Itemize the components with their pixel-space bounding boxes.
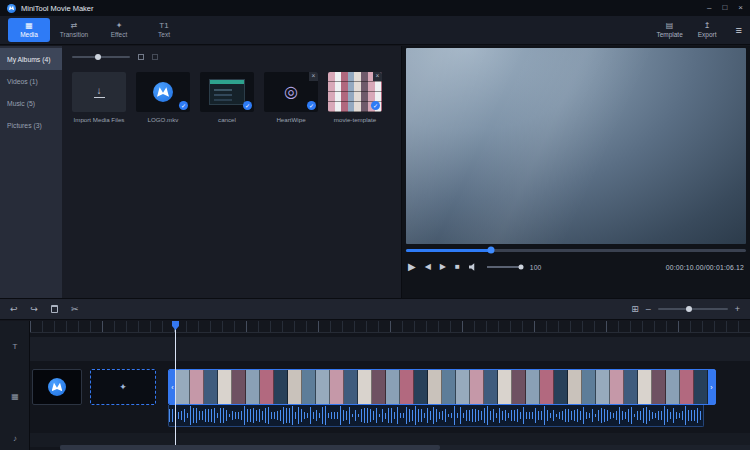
zoom-out-button[interactable]: – xyxy=(646,305,651,314)
audio-track-icon[interactable]: ♪ xyxy=(0,435,30,443)
media-item-label: cancel xyxy=(200,116,254,123)
timeline-zoom-thumb[interactable] xyxy=(686,306,692,312)
timeline-scrollbar-thumb[interactable] xyxy=(60,445,440,450)
clip-logo[interactable] xyxy=(32,369,82,405)
grid-view-icon[interactable] xyxy=(138,54,144,60)
template-label: Template xyxy=(656,31,682,38)
volume-slider-thumb[interactable] xyxy=(518,265,523,270)
timeline-scrollbar[interactable] xyxy=(60,445,750,450)
template-icon: ▤ xyxy=(666,22,674,30)
volume-slider[interactable] xyxy=(487,266,521,268)
volume-fill xyxy=(487,266,521,268)
menu-icon[interactable]: ≡ xyxy=(736,25,742,36)
tab-transition[interactable]: ⇄ Transition xyxy=(53,18,95,42)
track-headers: T ▦ ♪ xyxy=(0,321,30,450)
text-track[interactable] xyxy=(30,337,750,361)
clip-audio-waveform[interactable] xyxy=(168,405,704,427)
previous-frame-button[interactable]: ◀ xyxy=(425,263,431,271)
check-badge-icon[interactable]: ✓ xyxy=(179,101,188,110)
timeline: T ▦ ♪ ✦ ‹ › xyxy=(0,321,750,450)
seek-progress xyxy=(406,249,491,252)
stop-button[interactable]: ■ xyxy=(455,263,460,271)
video-track[interactable]: ✦ ‹ › xyxy=(30,369,750,427)
titlebar: MiniTool Movie Maker – □ × xyxy=(0,0,750,16)
app-title: MiniTool Movie Maker xyxy=(21,4,94,13)
sidebar-item-music[interactable]: Music (5) xyxy=(0,92,62,114)
media-thumbnails: ↓ Import Media Files ✓ LOGO.mkv ✓ xyxy=(72,72,391,123)
undo-button[interactable]: ↩ xyxy=(10,305,18,314)
zoom-fit-icon[interactable]: ⊞ xyxy=(631,305,639,314)
media-item-label: movie-template xyxy=(328,116,382,123)
seek-thumb[interactable] xyxy=(488,247,495,254)
sidebar-item-pictures[interactable]: Pictures (3) xyxy=(0,114,62,136)
media-item-movie-template[interactable]: × ✓ movie-template xyxy=(328,72,382,123)
minimize-button[interactable]: – xyxy=(707,4,711,12)
tab-media-label: Media xyxy=(20,31,38,38)
media-item-logo[interactable]: ✓ LOGO.mkv xyxy=(136,72,190,123)
thumbnail-size-slider-thumb[interactable] xyxy=(95,54,101,60)
volume-value: 100 xyxy=(530,264,541,271)
toolbar: ▦ Media ⇄ Transition ✦ Effect T1 Text ▤ … xyxy=(0,16,750,45)
text-track-icon[interactable]: T xyxy=(0,343,30,351)
main-area: My Albums (4) Videos (1) Music (5) Pictu… xyxy=(0,46,750,298)
seek-bar[interactable] xyxy=(406,249,746,252)
thumbnail-size-slider[interactable] xyxy=(72,56,130,58)
timeline-ruler[interactable] xyxy=(30,321,750,333)
library-sidebar: My Albums (4) Videos (1) Music (5) Pictu… xyxy=(0,46,62,298)
check-badge-icon[interactable]: ✓ xyxy=(243,101,252,110)
minitool-logo-clip-thumbnail xyxy=(48,378,66,396)
media-item-cancel[interactable]: ✓ cancel xyxy=(200,72,254,123)
export-button[interactable]: ↥ Export xyxy=(698,22,717,38)
timecode: 00:00:10.00/00:01:06.12 xyxy=(666,264,744,271)
remove-badge-icon[interactable]: × xyxy=(373,72,382,81)
preview-panel: ▶ ◀ ▶ ■ 100 00:00:10.00/00:01:06.12 xyxy=(402,46,750,298)
media-library-panel: ↓ Import Media Files ✓ LOGO.mkv ✓ xyxy=(62,46,402,298)
clip-main-video[interactable]: ‹ › xyxy=(168,369,716,405)
tab-effect-label: Effect xyxy=(111,31,128,38)
minitool-logo-thumbnail xyxy=(153,82,173,102)
transition-icon: ⇄ xyxy=(71,22,78,30)
app-window: MiniTool Movie Maker – □ × ▦ Media ⇄ Tra… xyxy=(0,0,750,450)
export-label: Export xyxy=(698,31,717,38)
video-track-icon[interactable]: ▦ xyxy=(0,393,30,401)
trim-handle-right[interactable]: › xyxy=(708,370,715,404)
media-item-heartwipe[interactable]: ◎ × ✓ HeartWipe xyxy=(264,72,318,123)
tab-effect[interactable]: ✦ Effect xyxy=(98,18,140,42)
text-icon: T1 xyxy=(159,22,168,30)
sidebar-item-videos[interactable]: Videos (1) xyxy=(0,70,62,92)
zoom-in-button[interactable]: + xyxy=(735,305,740,314)
list-view-icon[interactable] xyxy=(152,54,158,60)
clip-transition[interactable]: ✦ xyxy=(90,369,156,405)
tab-media[interactable]: ▦ Media xyxy=(8,18,50,42)
maximize-button[interactable]: □ xyxy=(722,4,727,12)
media-item-label: LOGO.mkv xyxy=(136,116,190,123)
template-button[interactable]: ▤ Template xyxy=(656,22,682,38)
timeline-zoom-slider[interactable] xyxy=(658,308,728,310)
remove-badge-icon[interactable]: × xyxy=(309,72,318,81)
split-button[interactable]: ✂ xyxy=(71,305,79,314)
next-frame-button[interactable]: ▶ xyxy=(440,263,446,271)
check-badge-icon[interactable]: ✓ xyxy=(371,101,380,110)
media-icon: ▦ xyxy=(25,22,33,30)
close-button[interactable]: × xyxy=(738,4,743,12)
sidebar-item-my-albums[interactable]: My Albums (4) xyxy=(0,48,62,70)
tab-transition-label: Transition xyxy=(60,31,88,38)
sparkle-icon: ✦ xyxy=(119,382,127,392)
video-preview xyxy=(406,48,746,244)
delete-icon[interactable] xyxy=(51,305,58,313)
timeline-tracks: ✦ ‹ › xyxy=(30,321,750,450)
import-icon: ↓ xyxy=(94,86,105,98)
effect-icon: ✦ xyxy=(116,22,123,30)
check-badge-icon[interactable]: ✓ xyxy=(307,101,316,110)
play-button[interactable]: ▶ xyxy=(408,262,416,272)
media-item-label: HeartWipe xyxy=(264,116,318,123)
media-item-label: Import Media Files xyxy=(72,116,126,123)
volume-icon[interactable] xyxy=(469,263,478,272)
timeline-toolbar: ↩ ↪ ✂ ⊞ – + xyxy=(0,298,750,320)
screenshot-thumbnail xyxy=(209,79,245,105)
filmstrip-frames xyxy=(169,370,715,404)
playhead[interactable] xyxy=(175,321,176,445)
tab-text[interactable]: T1 Text xyxy=(143,18,185,42)
redo-button[interactable]: ↪ xyxy=(31,305,39,314)
import-media-tile[interactable]: ↓ Import Media Files xyxy=(72,72,126,123)
